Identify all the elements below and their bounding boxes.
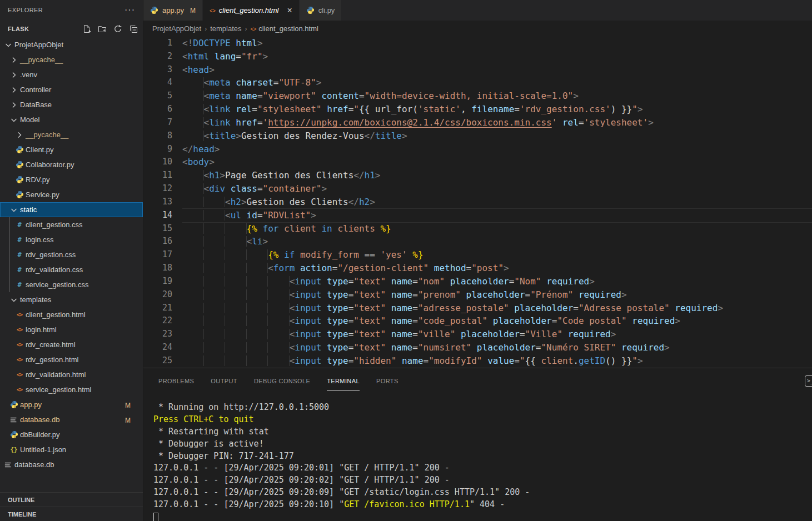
line-number[interactable]: 11 <box>143 169 172 182</box>
tree-file-service_gestion.html[interactable]: <>service_gestion.html <box>0 382 143 397</box>
outline-section[interactable]: OUTLINE <box>0 492 143 507</box>
workspace-section-header[interactable]: FLASK <box>0 20 143 37</box>
code-line-9[interactable]: 9</head> <box>143 143 812 156</box>
breadcrumb-item[interactable]: templates <box>210 24 241 33</box>
code-line-18[interactable]: 18 <form action="/gestion-client" method… <box>143 262 812 275</box>
tree-folder-DataBase[interactable]: DataBase <box>0 97 143 112</box>
code-line-19[interactable]: 19 <input type="text" name="nom" placeho… <box>143 275 812 288</box>
code-line-25[interactable]: 25 <input type="hidden" name="modifyId" … <box>143 354 812 368</box>
code-line-23[interactable]: 23 <input type="text" name="ville" place… <box>143 328 812 341</box>
code-editor[interactable]: 1<!DOCTYPE html>2<html lang="fr">3<head>… <box>143 37 812 368</box>
breadcrumb-item[interactable]: ProjetAppObjet <box>152 24 201 33</box>
tree-file-RDV.py[interactable]: RDV.py <box>0 172 143 187</box>
line-number[interactable]: 12 <box>143 182 172 196</box>
tree-file-rdv_gestion.css[interactable]: #rdv_gestion.css <box>0 247 143 262</box>
line-number[interactable]: 19 <box>143 275 172 288</box>
code-line-11[interactable]: 11 <h1>Page Gestion des Clients</h1> <box>143 169 812 182</box>
terminal-launch-icon[interactable]: >_ <box>805 375 812 387</box>
tree-file-Untitled-1.json[interactable]: {}Untitled-1.json <box>0 442 143 457</box>
line-number[interactable]: 9 <box>143 143 172 156</box>
tree-file-Service.py[interactable]: Service.py <box>0 187 143 202</box>
line-number[interactable]: 8 <box>143 129 172 143</box>
code-line-8[interactable]: 8 <title>Gestion des Rendez-Vous</title> <box>143 129 812 143</box>
code-line-7[interactable]: 7 <link href='https://unpkg.com/boxicons… <box>143 116 812 129</box>
tree-file-app.py[interactable]: app.pyM <box>0 397 143 412</box>
line-number[interactable]: 4 <box>143 76 172 89</box>
line-number[interactable]: 14 <box>143 209 172 222</box>
line-number[interactable]: 3 <box>143 63 172 77</box>
code-line-10[interactable]: 10<body> <box>143 156 812 169</box>
tab-client_gestion.html[interactable]: <>client_gestion.html× <box>203 0 300 21</box>
tree-file-rdv_gestion.html[interactable]: <>rdv_gestion.html <box>0 352 143 367</box>
tree-folder-__pycache__[interactable]: __pycache__ <box>0 127 143 142</box>
tab-cli.py[interactable]: cli.py <box>300 0 342 21</box>
timeline-section[interactable]: TIMELINE <box>0 507 143 521</box>
line-number[interactable]: 24 <box>143 341 172 354</box>
tree-file-service_gestion.css[interactable]: #service_gestion.css <box>0 277 143 292</box>
panel-tab-problems[interactable]: PROBLEMS <box>158 372 194 390</box>
code-line-22[interactable]: 22 <input type="text" name="code_postal"… <box>143 314 812 328</box>
line-number[interactable]: 17 <box>143 248 172 262</box>
tree-folder-static[interactable]: static <box>0 202 143 217</box>
line-number[interactable]: 13 <box>143 196 172 209</box>
code-line-2[interactable]: 2<html lang="fr"> <box>143 50 812 63</box>
line-number[interactable]: 5 <box>143 89 172 103</box>
code-line-6[interactable]: 6 <link rel="stylesheet" href="{{ url_fo… <box>143 103 812 116</box>
close-icon[interactable]: × <box>287 6 292 16</box>
code-line-17[interactable]: 17 {% if modify_form == 'yes' %} <box>143 248 812 262</box>
panel-tab-debug-console[interactable]: DEBUG CONSOLE <box>254 372 310 390</box>
tree-folder-ProjetAppObjet[interactable]: ProjetAppObjet <box>0 37 143 52</box>
code-line-20[interactable]: 20 <input type="text" name="prenom" plac… <box>143 288 812 302</box>
tab-app.py[interactable]: app.pyM <box>143 0 203 21</box>
tree-file-login.html[interactable]: <>login.html <box>0 322 143 337</box>
line-number[interactable]: 23 <box>143 328 172 341</box>
code-line-1[interactable]: 1<!DOCTYPE html> <box>143 37 812 50</box>
tree-file-rdv_validation.css[interactable]: #rdv_validation.css <box>0 262 143 277</box>
line-number[interactable]: 15 <box>143 222 172 236</box>
code-line-12[interactable]: 12 <div class="container"> <box>143 182 812 196</box>
code-line-14[interactable]: 14 <ul id="RDVList"> <box>143 209 812 222</box>
line-number[interactable]: 20 <box>143 288 172 302</box>
more-actions-icon[interactable]: ··· <box>124 7 135 13</box>
terminal-output[interactable]: * Running on http://127.0.0.1:5000Press … <box>143 394 812 521</box>
tree-folder-Controller[interactable]: Controller <box>0 82 143 97</box>
refresh-icon[interactable] <box>113 24 123 34</box>
line-number[interactable]: 10 <box>143 156 172 169</box>
tree-file-Client.py[interactable]: Client.py <box>0 142 143 157</box>
new-file-icon[interactable] <box>82 24 92 34</box>
tree-file-login.css[interactable]: #login.css <box>0 232 143 247</box>
panel-tab-output[interactable]: OUTPUT <box>211 372 237 390</box>
tree-folder-.venv[interactable]: .venv <box>0 67 143 82</box>
breadcrumb-file[interactable]: <>client_gestion.html <box>251 24 318 33</box>
tree-file-Collaborator.py[interactable]: Collaborator.py <box>0 157 143 172</box>
line-number[interactable]: 25 <box>143 354 172 368</box>
tree-file-database.db[interactable]: database.dbM <box>0 412 143 427</box>
line-number[interactable]: 6 <box>143 103 172 116</box>
panel-tab-ports[interactable]: PORTS <box>376 372 398 390</box>
tree-file-client_gestion.html[interactable]: <>client_gestion.html <box>0 307 143 322</box>
code-line-16[interactable]: 16 <li> <box>143 235 812 248</box>
code-line-3[interactable]: 3<head> <box>143 63 812 77</box>
line-number[interactable]: 2 <box>143 50 172 63</box>
line-number[interactable]: 16 <box>143 235 172 248</box>
panel-tab-terminal[interactable]: TERMINAL <box>327 372 360 390</box>
tree-file-database.db[interactable]: database.db <box>0 457 143 472</box>
line-number[interactable]: 1 <box>143 37 172 50</box>
line-number[interactable]: 22 <box>143 314 172 328</box>
tree-file-rdv_validation.html[interactable]: <>rdv_validation.html <box>0 367 143 382</box>
code-line-13[interactable]: 13 <h2>Gestion des Clients</h2> <box>143 196 812 209</box>
line-number[interactable]: 7 <box>143 116 172 129</box>
code-line-21[interactable]: 21 <input type="text" name="adresse_post… <box>143 302 812 315</box>
tree-file-dbBuilder.py[interactable]: dbBuilder.py <box>0 427 143 442</box>
line-number[interactable]: 21 <box>143 302 172 315</box>
code-line-4[interactable]: 4 <meta charset="UTF-8"> <box>143 76 812 89</box>
tree-file-client_gestion.css[interactable]: #client_gestion.css <box>0 217 143 232</box>
tree-folder-templates[interactable]: templates <box>0 292 143 307</box>
code-line-5[interactable]: 5 <meta name="viewport" content="width=d… <box>143 89 812 103</box>
code-line-24[interactable]: 24 <input type="text" name="numsiret" pl… <box>143 341 812 354</box>
code-line-15[interactable]: 15 {% for client in clients %} <box>143 222 812 236</box>
collapse-all-icon[interactable] <box>128 24 138 34</box>
tree-folder-__pycache__[interactable]: __pycache__ <box>0 52 143 67</box>
line-number[interactable]: 18 <box>143 262 172 275</box>
tree-file-rdv_create.html[interactable]: <>rdv_create.html <box>0 337 143 352</box>
